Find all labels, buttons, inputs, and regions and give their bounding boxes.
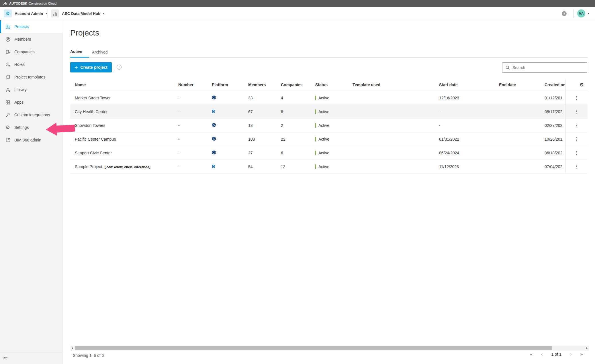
sidebar-nav: Projects Members Companies Roles (0, 20, 63, 364)
status-bar-icon (315, 123, 316, 128)
cell-number: - (178, 164, 212, 169)
col-header-start-date[interactable]: Start date (439, 82, 499, 87)
autodesk-logo-icon (3, 2, 7, 5)
col-header-platform[interactable]: Platform (212, 82, 248, 87)
table-row[interactable]: City Health Center - B 67 8 Active - 08/… (70, 105, 588, 119)
row-actions-cell: ⋮ (565, 160, 588, 173)
cell-created-on: 06/18/202 (545, 151, 565, 155)
project-name[interactable]: Sample Project (75, 164, 102, 169)
brand-text: AUTODESKConstruction Cloud (9, 2, 56, 5)
cell-members: 108 (248, 137, 281, 141)
col-header-status[interactable]: Status (315, 82, 353, 87)
row-actions-cell: ⋮ (565, 119, 588, 132)
search-input[interactable] (512, 65, 584, 70)
cell-companies: 2 (281, 123, 315, 128)
kebab-menu-icon[interactable]: ⋮ (574, 164, 579, 169)
cell-start-date: 01/01/2022 (439, 137, 499, 141)
info-icon[interactable]: i (117, 65, 122, 70)
sidebar-item-label: Members (14, 37, 31, 42)
cell-members: 54 (248, 164, 281, 169)
project-name[interactable]: Snowdon Towers (75, 123, 105, 128)
project-name[interactable]: Market Street Tower (75, 96, 111, 100)
project-name[interactable]: City Health Center (75, 109, 107, 114)
header-divider (573, 9, 574, 18)
kebab-menu-icon[interactable]: ⋮ (574, 137, 579, 141)
sidebar-item-library[interactable]: Library (0, 83, 63, 96)
last-page-button[interactable]: » (580, 351, 583, 357)
chevron-down-icon: ▾ (46, 12, 47, 15)
user-menu[interactable]: MA ▾ (577, 7, 589, 20)
sidebar-item-project-templates[interactable]: Project templates (0, 71, 63, 83)
chevron-down-icon: ▾ (103, 12, 104, 15)
table-row[interactable]: Seaport Civic Center - 27 6 Active 06/24… (70, 146, 588, 160)
sidebar-item-apps[interactable]: Apps (0, 96, 63, 109)
project-name[interactable]: Seaport Civic Center (75, 151, 112, 155)
kebab-menu-icon[interactable]: ⋮ (574, 96, 579, 100)
sidebar-collapse-button[interactable]: ⇤ (0, 351, 63, 364)
sidebar-item-label: Apps (14, 100, 24, 105)
scrollbar-thumb[interactable] (75, 346, 552, 350)
cell-number: - (178, 137, 212, 141)
help-icon[interactable]: ? (562, 11, 567, 16)
create-project-button[interactable]: + Create project (70, 62, 112, 72)
tab-archived[interactable]: Archived (92, 50, 114, 57)
showing-count-label: Showing 1–6 of 6 (73, 353, 104, 358)
sidebar-item-companies[interactable]: Companies (0, 46, 63, 58)
kebab-menu-icon[interactable]: ⋮ (574, 123, 579, 128)
person-gear-icon (5, 62, 11, 67)
sidebar-item-projects[interactable]: Projects (0, 20, 63, 33)
cell-members: 33 (248, 96, 281, 100)
col-header-template-used[interactable]: Template used (353, 82, 439, 87)
status-badge: Active (315, 137, 353, 141)
cell-start-date: - (439, 123, 499, 128)
horizontal-scrollbar[interactable] (70, 346, 589, 351)
cell-platform (212, 137, 248, 142)
account-admin-gear-icon: ⚙ (4, 9, 12, 17)
cell-companies: 12 (281, 164, 315, 169)
cell-companies: 22 (281, 137, 315, 141)
sidebar-item-label: Library (14, 87, 27, 92)
col-header-members[interactable]: Members (248, 82, 281, 87)
sidebar-item-members[interactable]: Members (0, 33, 63, 46)
cell-created-on: 02/27/202 (545, 123, 565, 128)
status-bar-icon (315, 109, 316, 114)
module-switcher[interactable]: Account Admin ▾ (15, 7, 47, 20)
table-header-row: Name Number Platform Members Companies S… (70, 79, 588, 91)
project-name[interactable]: Pacific Center Campus (75, 137, 116, 141)
table-row[interactable]: Snowdon Towers - 13 2 Active - 02/27/202… (70, 119, 588, 132)
col-header-end-date[interactable]: End date (499, 82, 545, 87)
col-header-name[interactable]: Name (70, 82, 178, 87)
hub-switcher[interactable]: AEC Data Model Hub ▾ (62, 7, 104, 20)
row-actions-cell: ⋮ (565, 91, 588, 105)
tab-bar: Active Archived (70, 48, 588, 58)
scroll-right-arrow-icon[interactable] (585, 346, 589, 351)
column-settings-gear-icon[interactable]: ⚙ (580, 82, 584, 88)
scroll-left-arrow-icon[interactable] (70, 346, 75, 351)
cell-platform (212, 150, 248, 156)
table-row[interactable]: Sample Project [Icon: arrow, circle, dir… (70, 160, 588, 174)
cell-start-date: 11/12/2023 (439, 164, 499, 169)
col-header-companies[interactable]: Companies (281, 82, 315, 87)
first-page-button[interactable]: « (530, 351, 533, 357)
platform-bim360-icon: B (212, 164, 215, 169)
kebab-menu-icon[interactable]: ⋮ (574, 109, 579, 114)
tab-active[interactable]: Active (70, 49, 89, 58)
next-page-button[interactable]: › (570, 351, 572, 357)
kebab-menu-icon[interactable]: ⋮ (574, 151, 579, 155)
table-row[interactable]: Market Street Tower - 33 4 Active 12/16/… (70, 91, 588, 105)
col-header-number[interactable]: Number (178, 82, 212, 87)
table-row[interactable]: Pacific Center Campus - 108 22 Active 01… (70, 132, 588, 146)
cell-companies: 6 (281, 151, 315, 155)
col-header-created-on[interactable]: Created on (545, 82, 565, 87)
cell-number: - (178, 123, 212, 128)
sidebar-item-roles[interactable]: Roles (0, 58, 63, 71)
cell-platform: B (212, 109, 248, 114)
page-indicator: 1 of 1 (551, 352, 561, 357)
platform-acc-icon (212, 150, 216, 155)
pagination: « ‹ 1 of 1 › » (530, 351, 583, 357)
sidebar-item-custom-integrations[interactable]: Custom integrations (0, 109, 63, 121)
prev-page-button[interactable]: ‹ (541, 351, 543, 357)
status-bar-icon (315, 96, 316, 100)
cell-start-date: - (439, 109, 499, 114)
hierarchy-icon (5, 87, 11, 93)
